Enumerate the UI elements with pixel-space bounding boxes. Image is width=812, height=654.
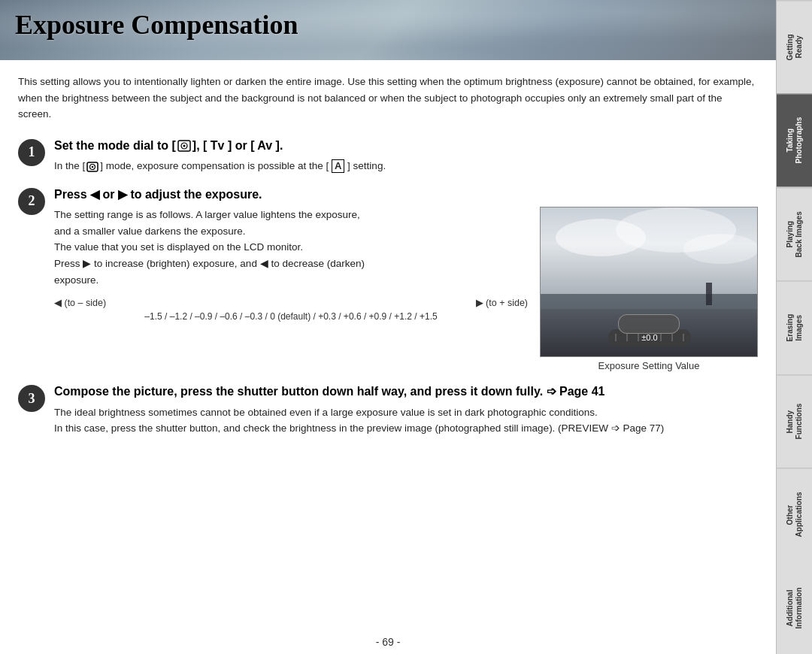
page-number: - 69 -	[0, 636, 776, 654]
intro-paragraph: This setting allows you to intentionally…	[18, 74, 758, 123]
svg-point-2	[183, 144, 185, 147]
sidebar-tab-handy[interactable]: HandyFunctions	[777, 374, 812, 468]
step-3: 3 Compose the picture, press the shutter…	[18, 383, 758, 437]
sidebar: GettingReady TakingPhotographs PlayingBa…	[776, 0, 812, 654]
preview-image: ±0.0	[540, 207, 758, 357]
sidebar-tab-erasing[interactable]: ErasingImages	[777, 280, 812, 374]
svg-rect-11	[541, 294, 758, 309]
step-1-title: Set the mode dial to [], [ Tv ] or [ Av …	[54, 138, 758, 154]
main-content: Exposure Compensation This setting allow…	[0, 0, 776, 654]
scale-labels: ◀ (to – side) ▶ (to + side)	[54, 297, 528, 308]
sidebar-tab-other[interactable]: OtherApplications	[777, 468, 812, 561]
exposure-value-label: Exposure Setting Value	[598, 360, 700, 371]
svg-rect-12	[706, 283, 712, 305]
step-3-body: The ideal brightness sometimes cannot be…	[54, 404, 758, 437]
svg-point-5	[92, 165, 94, 168]
step-2-body: The setting range is as follows. A large…	[54, 207, 528, 288]
step-3-title: Compose the picture, press the shutter b…	[54, 383, 758, 400]
step-2-text: The setting range is as follows. A large…	[54, 207, 528, 371]
step-1-content: Set the mode dial to [], [ Tv ] or [ Av …	[54, 138, 758, 174]
step-2-title: Press ◀ or ▶ to adjust the exposure.	[54, 186, 758, 203]
svg-point-9	[683, 234, 758, 264]
scale-right-label: ▶ (to + side)	[476, 297, 528, 308]
sidebar-tab-getting-ready[interactable]: GettingReady	[777, 0, 812, 93]
scale-left-label: ◀ (to – side)	[54, 297, 106, 308]
sidebar-tab-handy-label: HandyFunctions	[786, 404, 804, 440]
page-content: This setting allows you to intentionally…	[0, 60, 776, 630]
step-1-number: 1	[18, 139, 45, 166]
step-2: 2 Press ◀ or ▶ to adjust the exposure. T…	[18, 186, 758, 371]
step-2-content: Press ◀ or ▶ to adjust the exposure. The…	[54, 186, 758, 371]
step-2-number: 2	[18, 188, 45, 215]
step-1: 1 Set the mode dial to [], [ Tv ] or [ A…	[18, 138, 758, 174]
sidebar-tab-additional[interactable]: AdditionalInformation	[777, 562, 812, 654]
page-header: Exposure Compensation	[0, 0, 776, 60]
step-2-layout: The setting range is as follows. A large…	[54, 207, 758, 371]
sidebar-tab-playing-back[interactable]: PlayingBack Images	[777, 187, 812, 280]
step-3-content: Compose the picture, press the shutter b…	[54, 383, 758, 437]
step-3-number: 3	[18, 385, 45, 412]
step-1-body: In the [] mode, exposure compensation is…	[54, 158, 758, 174]
sidebar-tab-other-label: OtherApplications	[786, 492, 804, 537]
sidebar-tab-taking-photographs[interactable]: TakingPhotographs	[777, 93, 812, 186]
camera-preview: ±0.0 Exposure Setting Value	[540, 207, 758, 371]
sidebar-tab-getting-ready-label: GettingReady	[786, 34, 804, 60]
sidebar-tab-playing-back-label: PlayingBack Images	[786, 211, 804, 257]
svg-text:±0.0: ±0.0	[641, 333, 657, 342]
a-setting-box: A	[332, 159, 344, 173]
exposure-scale: ◀ (to – side) ▶ (to + side) –1.5 / –1.2 …	[54, 297, 528, 322]
sidebar-tab-taking-photographs-label: TakingPhotographs	[786, 117, 804, 164]
sidebar-tab-erasing-label: ErasingImages	[786, 314, 804, 342]
page-title: Exposure Compensation	[15, 9, 761, 41]
sidebar-tab-additional-label: AdditionalInformation	[786, 587, 804, 628]
scale-values: –1.5 / –1.2 / –0.9 / –0.6 / –0.3 / 0 (de…	[54, 311, 528, 322]
